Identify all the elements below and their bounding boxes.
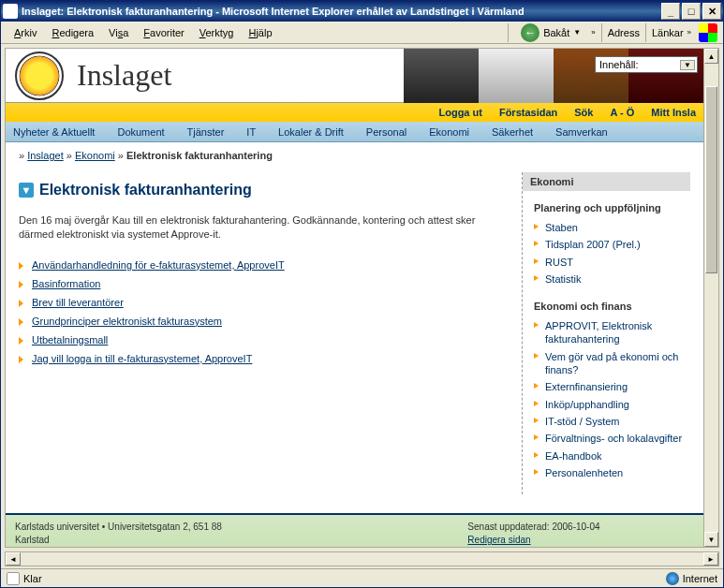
titlebar: Inslaget: Elektronisk fakturanhantering … [1,1,723,22]
content-dropdown[interactable]: Innehåll: [595,56,698,73]
utility-nav: Logga ut Förstasidan Sök A - Ö Mitt Insl… [6,103,703,122]
app-icon [3,4,18,19]
sidebar-link[interactable]: Tidsplan 2007 (Prel.) [545,239,641,250]
windows-logo-icon [699,23,717,42]
crumb-ekonomi[interactable]: Ekonomi [75,150,115,161]
sidebar-section-title: Ekonomi och finans [534,301,683,312]
menu-favoriter[interactable]: Favoriter [136,24,191,41]
address-label[interactable]: Adress [608,27,640,38]
site-title: Inslaget [77,58,171,93]
content-viewport: Inslaget Innehåll: Logga ut Förstasidan … [5,48,719,548]
university-logo-icon [15,51,64,100]
nav-logout[interactable]: Logga ut [438,107,481,118]
sidebar-link[interactable]: Externfinansiering [545,381,628,392]
sidebar-link[interactable]: Förvaltnings- och lokalavgifter [545,433,682,444]
zone-label: Internet [683,573,717,584]
globe-icon [666,572,679,585]
intro-text: Den 16 maj övergår Kau till en elektroni… [19,213,507,243]
menu-verktyg[interactable]: Verktyg [192,24,242,41]
nav-tjanster[interactable]: Tjänster [187,126,225,138]
status-text: Klar [23,573,42,584]
close-button[interactable]: ✕ [702,3,721,20]
nav-home[interactable]: Förstasidan [499,107,557,118]
sidebar-link[interactable]: Inköp/upphandling [545,399,629,410]
page-icon [7,572,20,585]
scroll-up-icon[interactable]: ▲ [704,49,718,64]
sidebar-link[interactable]: Vem gör vad på ekonomi och finans? [545,351,678,375]
scroll-right-icon[interactable]: ► [703,552,718,566]
page-heading: Elektronisk fakturanhantering [39,182,252,198]
scroll-thumb[interactable] [705,86,717,273]
crumb-current: Elektronisk fakturanhantering [126,150,273,161]
doc-link[interactable]: Användarhandledning för e-fakturasysteme… [32,259,285,271]
scroll-left-icon[interactable]: ◄ [6,552,21,566]
nav-mypage[interactable]: Mitt Insla [651,107,696,118]
sidebar-link[interactable]: Personalenheten [545,467,623,478]
doc-link[interactable]: Brev till leverantörer [32,297,124,308]
menu-hjalp[interactable]: Hjälp [241,24,279,41]
sidebar-header: Ekonomi [523,172,690,191]
footer-edit-link[interactable]: Redigera sidan [467,535,530,545]
footer-updated: Senast uppdaterad: 2006-10-04 [467,521,694,534]
nav-ekonomi[interactable]: Ekonomi [429,126,469,138]
nav-nyheter[interactable]: Nyheter & Aktuellt [13,126,95,138]
nav-it[interactable]: IT [246,126,256,138]
chevron-down-icon: ▼ [573,28,581,37]
doc-link[interactable]: Basinformation [32,278,100,289]
links-chevron-icon: » [687,28,691,37]
sidebar-link[interactable]: Statistik [545,273,582,285]
horizontal-scrollbar[interactable]: ◄ ► [5,551,719,566]
window-title: Inslaget: Elektronisk fakturanhantering … [22,6,661,17]
main-content: ▼ Elektronisk fakturanhantering Den 16 m… [19,172,522,494]
menu-arkiv[interactable]: Arkiv [7,24,44,41]
sidebar-link[interactable]: RUST [545,257,573,268]
links-label[interactable]: Länkar [652,27,684,38]
sidebar-link[interactable]: Staben [545,222,578,233]
back-label: Bakåt [543,27,569,38]
back-button[interactable]: ← Bakåt ▼ [514,21,587,45]
sidebar-link[interactable]: IT-stöd / System [545,416,619,427]
dropdown-label: Innehåll: [599,59,639,70]
maximize-button[interactable]: □ [682,3,701,20]
site-header: Inslaget Innehåll: [6,49,703,103]
page-heading-row: ▼ Elektronisk fakturanhantering [19,182,507,198]
nav-dokument[interactable]: Dokument [117,126,164,138]
vertical-scrollbar[interactable]: ▲ ▼ [703,49,718,547]
scroll-down-icon[interactable]: ▼ [704,532,718,547]
page-footer: Karlstads universitet • Universitetsgata… [6,513,703,548]
document-links: Användarhandledning för e-fakturasysteme… [19,256,507,368]
menu-redigera[interactable]: Redigera [44,24,101,41]
nav-samverkan[interactable]: Samverkan [555,126,608,138]
nav-az[interactable]: A - Ö [610,107,634,118]
breadcrumb: » Inslaget » Ekonomi » Elektronisk faktu… [6,142,703,169]
footer-address2: Tfn 054-700 10 00 • Fax 054-700 14 60 [15,547,242,548]
footer-address1: Karlstads universitet • Universitetsgata… [15,521,242,547]
sidebar-link[interactable]: EA-handbok [545,450,602,462]
nav-search[interactable]: Sök [574,107,593,118]
doc-link[interactable]: Jag vill logga in till e-fakturasystemet… [32,353,252,364]
nav-personal[interactable]: Personal [366,126,406,138]
nav-sakerhet[interactable]: Säkerhet [492,126,533,138]
crumb-inslaget[interactable]: Inslaget [27,150,64,161]
sidebar-section-title: Planering och uppföljning [534,202,683,213]
main-nav: Nyheter & Aktuellt Dokument Tjänster IT … [6,122,703,142]
heading-icon: ▼ [19,183,34,198]
forward-chevron-icon[interactable]: » [591,28,595,37]
statusbar: Klar Internet [1,568,723,587]
doc-link[interactable]: Utbetalningsmall [32,334,108,345]
sidebar-link[interactable]: APPROVIT, Elektronisk fakturahantering [545,320,652,345]
menu-label: rkiv [21,27,37,38]
back-arrow-icon: ← [521,23,539,42]
minimize-button[interactable]: _ [661,3,680,20]
menubar: Arkiv Redigera Visa Favoriter Verktyg Hj… [1,22,723,44]
menu-visa[interactable]: Visa [101,24,136,41]
sidebar: Ekonomi Planering och uppföljning Staben… [522,172,690,494]
doc-link[interactable]: Grundprinciper elektroniskt fakturasyste… [32,316,222,327]
nav-lokaler[interactable]: Lokaler & Drift [278,126,344,138]
